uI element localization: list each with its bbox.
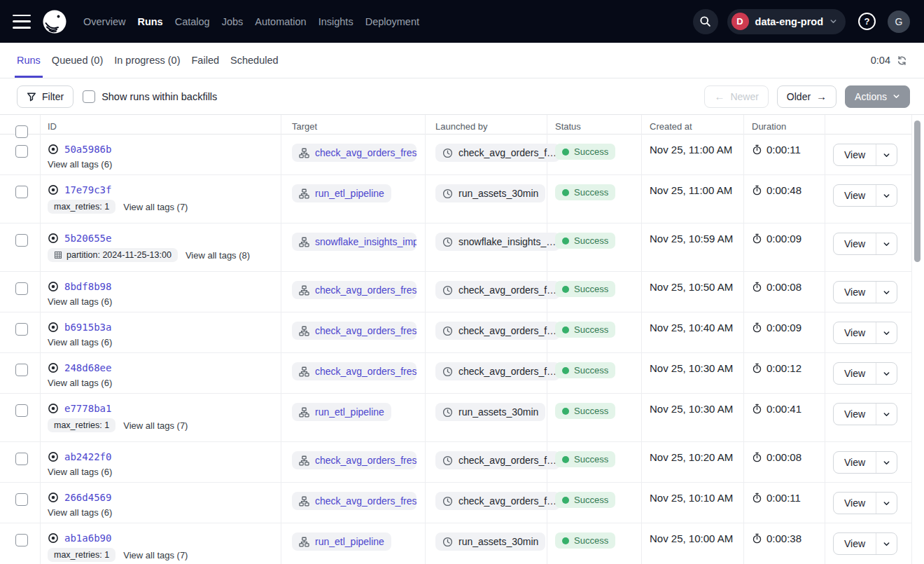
view-all-tags-link[interactable]: View all tags (7) [123,202,188,212]
run-id-link[interactable]: 8bdf8b98 [64,281,111,292]
user-avatar[interactable]: G [888,11,910,33]
nav-item-automation[interactable]: Automation [255,16,306,27]
run-id-link[interactable]: ab2422f0 [64,451,111,462]
run-id-link[interactable]: e7778ba1 [64,403,111,414]
launched-by-pill[interactable]: run_assets_30min [435,403,545,421]
view-dropdown-chevron-icon[interactable] [876,493,897,514]
stopwatch-icon [752,363,762,373]
target-pill[interactable]: check_avg_orders_freshne [292,144,416,162]
view-button[interactable]: View [834,363,876,384]
view-dropdown-chevron-icon[interactable] [876,282,897,303]
row-checkbox[interactable] [15,282,28,295]
row-checkbox[interactable] [15,364,28,376]
run-id-link[interactable]: 50a5986b [64,144,111,155]
view-all-tags-link[interactable]: View all tags (8) [186,250,250,261]
run-id-link[interactable]: 17e79c3f [64,184,111,195]
launched-by-pill[interactable]: run_assets_30min [435,532,545,551]
help-icon[interactable]: ? [858,13,876,30]
view-button[interactable]: View [834,185,876,206]
refresh-icon[interactable] [897,55,907,66]
view-dropdown-chevron-icon[interactable] [876,322,897,343]
target-pill[interactable]: check_avg_orders_freshne [292,362,416,380]
search-button[interactable] [693,9,718,34]
launched-by-pill[interactable]: run_assets_30min [435,184,545,202]
view-dropdown-chevron-icon[interactable] [876,404,897,425]
run-id-link[interactable]: ab1a6b90 [64,532,111,544]
run-id-link[interactable]: 266d4569 [64,492,111,503]
view-dropdown-chevron-icon[interactable] [876,233,897,254]
view-all-tags-link[interactable]: View all tags (6) [48,159,112,170]
nav-item-overview[interactable]: Overview [83,16,125,27]
nav-item-insights[interactable]: Insights [318,16,354,27]
view-button[interactable]: View [834,233,876,254]
view-dropdown-chevron-icon[interactable] [876,144,897,165]
nav-item-catalog[interactable]: Catalog [175,16,210,27]
launched-by-pill[interactable]: check_avg_orders_f… [435,144,560,162]
show-backfills-checkbox[interactable] [83,90,95,103]
view-button[interactable]: View [834,282,876,303]
nav-item-runs[interactable]: Runs [137,16,162,27]
row-checkbox[interactable] [15,234,28,247]
tab-in-progress[interactable]: In progress (0) [114,43,180,78]
row-checkbox[interactable] [15,493,28,506]
view-all-tags-link[interactable]: View all tags (7) [123,550,188,560]
chevron-down-icon [830,18,837,25]
view-all-tags-link[interactable]: View all tags (6) [48,337,112,348]
view-all-tags-link[interactable]: View all tags (6) [48,507,112,518]
view-dropdown-chevron-icon[interactable] [876,185,897,206]
tab-failed[interactable]: Failed [192,43,220,78]
run-status-dot-icon [48,233,59,244]
view-button[interactable]: View [834,322,876,343]
run-id-link[interactable]: 5b20655e [64,233,111,244]
view-button[interactable]: View [834,404,876,425]
target-pill[interactable]: run_etl_pipeline [292,184,391,202]
view-button[interactable]: View [834,144,876,165]
launched-by-pill[interactable]: check_avg_orders_f… [435,322,560,340]
run-id-link[interactable]: 248d68ee [64,362,111,373]
run-id-link[interactable]: b6915b3a [64,322,111,333]
hamburger-menu-icon[interactable] [13,15,32,29]
view-all-tags-link[interactable]: View all tags (6) [48,296,112,307]
launched-by-pill[interactable]: check_avg_orders_f… [435,492,560,510]
row-checkbox[interactable] [15,453,28,465]
deployment-switcher[interactable]: D data-eng-prod [727,9,846,34]
view-all-tags-link[interactable]: View all tags (6) [48,378,112,388]
nav-item-jobs[interactable]: Jobs [222,16,244,27]
row-checkbox[interactable] [15,534,28,546]
schedule-clock-icon [442,455,453,466]
view-dropdown-chevron-icon[interactable] [876,533,897,554]
row-checkbox[interactable] [15,186,28,198]
tab-queued[interactable]: Queued (0) [52,43,103,78]
row-checkbox[interactable] [15,404,28,417]
view-button[interactable]: View [834,452,876,473]
newer-button[interactable]: ← Newer [704,85,768,108]
row-checkbox[interactable] [15,145,28,158]
target-pill[interactable]: check_avg_orders_freshne [292,322,416,340]
view-all-tags-link[interactable]: View all tags (7) [123,420,188,431]
target-pill[interactable]: snowflake_insights_import [292,233,416,251]
tab-scheduled[interactable]: Scheduled [230,43,279,78]
nav-item-deployment[interactable]: Deployment [365,16,419,27]
row-checkbox[interactable] [15,323,28,336]
target-pill[interactable]: run_etl_pipeline [292,532,391,551]
view-button[interactable]: View [834,493,876,514]
view-dropdown-chevron-icon[interactable] [876,363,897,384]
launched-by-pill[interactable]: snowflake_insights_… [435,233,560,251]
run-status-dot-icon [48,532,59,544]
launched-by-pill[interactable]: check_avg_orders_f… [435,451,560,469]
launched-by-pill[interactable]: check_avg_orders_f… [435,281,560,299]
target-pill[interactable]: check_avg_orders_freshne [292,492,416,510]
older-button[interactable]: Older → [777,85,836,108]
target-pill[interactable]: check_avg_orders_freshne [292,451,416,469]
launched-by-pill[interactable]: check_avg_orders_f… [435,362,560,380]
view-button[interactable]: View [834,533,876,554]
filter-button[interactable]: Filter [17,85,74,108]
launched-by-name: run_assets_30min [458,188,538,199]
tab-runs[interactable]: Runs [17,43,41,78]
actions-button[interactable]: Actions [845,85,910,108]
view-all-tags-link[interactable]: View all tags (6) [48,467,112,477]
view-dropdown-chevron-icon[interactable] [876,452,897,473]
target-pill[interactable]: check_avg_orders_freshne [292,281,416,299]
vertical-scrollbar[interactable] [914,121,920,262]
target-pill[interactable]: run_etl_pipeline [292,403,391,421]
